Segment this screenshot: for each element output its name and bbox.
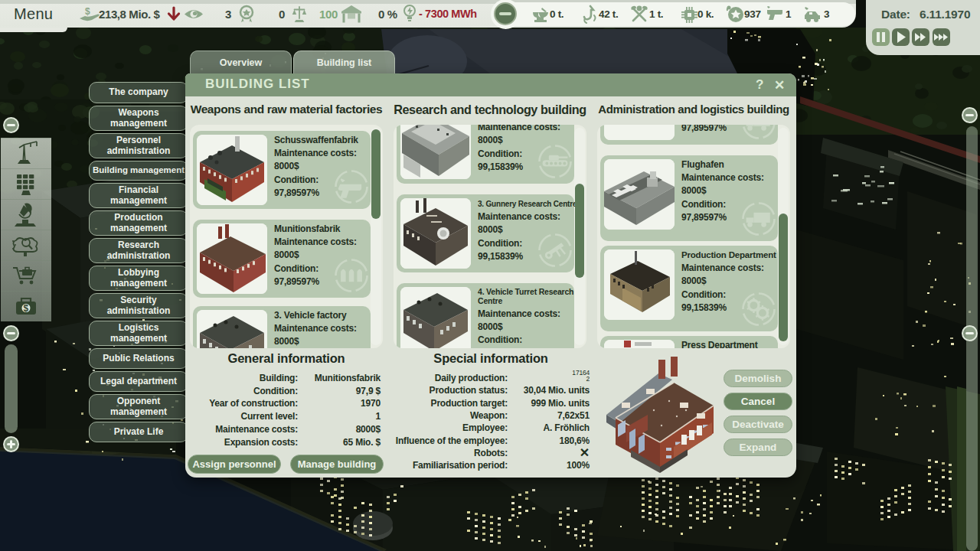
- svg-text:$: $: [24, 303, 29, 314]
- svg-text:$: $: [85, 6, 90, 17]
